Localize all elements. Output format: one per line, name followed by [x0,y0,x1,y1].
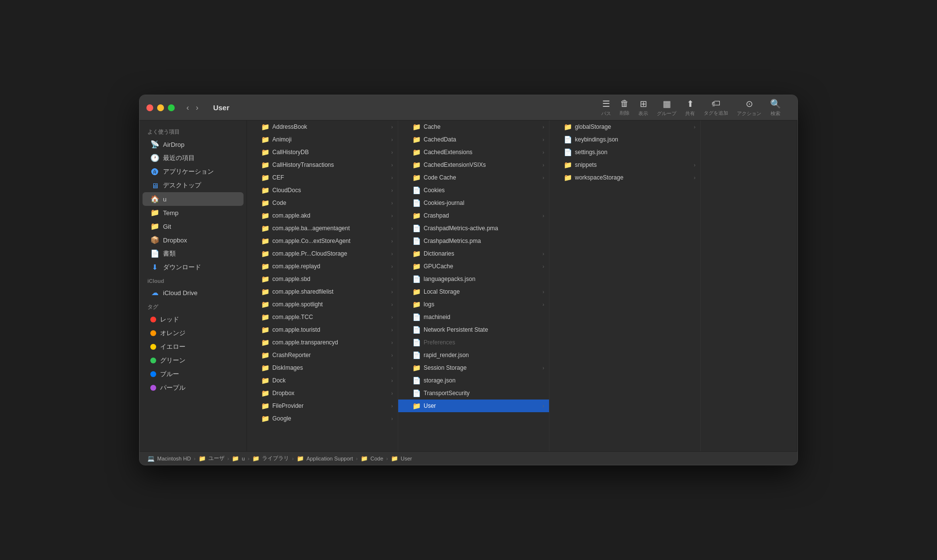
sidebar-item-tag-purple[interactable]: パープル [143,381,244,395]
back-button[interactable]: ‹ [184,102,191,113]
file-row[interactable]: ›📁com.apple.TCC› [247,311,398,323]
file-row[interactable]: ›📁User› [398,400,549,412]
file-row[interactable]: ›📄machineid [398,311,549,323]
file-row[interactable]: ›📁Dock› [247,374,398,387]
file-row[interactable]: ›📄rapid_render.json [398,349,549,361]
file-row[interactable]: ›📁Code Cache› [398,171,549,184]
file-row[interactable]: ›📁com.apple.Co...extStoreAgent› [247,235,398,247]
file-row[interactable]: ›📁com.apple.ba...agementagent› [247,222,398,235]
breadcrumb-item[interactable]: 📁User [391,455,412,462]
file-row[interactable]: ›📄Cookies [398,184,549,197]
sidebar-item-tag-red[interactable]: レッド [143,313,244,326]
sidebar-item-airdrop[interactable]: 📡 AirDrop [143,138,244,151]
breadcrumb-item[interactable]: 📁Code [361,455,383,462]
file-row[interactable]: ›📁Local Storage› [398,285,549,298]
file-row[interactable]: ›📁com.apple.transparencyd› [247,336,398,349]
file-row[interactable]: ›📄settings.json [550,146,700,159]
file-row[interactable]: ›📁CallHistoryTransactions› [247,159,398,171]
file-row[interactable]: ›📁com.apple.sharedfilelist› [247,285,398,298]
action-button[interactable]: ⊙ アクション [737,99,761,117]
file-row[interactable]: ›📁AddressBook› [247,120,398,133]
file-row[interactable]: ›📁com.apple.replayd› [247,260,398,273]
sidebar-item-applications[interactable]: 🅐 アプリケーション [143,165,244,179]
sidebar-item-icloud-drive[interactable]: ☁ iCloud Drive [143,286,244,300]
file-row[interactable]: ›📁CloudDocs› [247,184,398,197]
desktop-icon: 🖥 [150,181,159,190]
sidebar-item-u[interactable]: 🏠 u [143,192,244,206]
red-tag-dot [150,317,156,322]
file-row[interactable]: ›📁snippets› [550,159,700,171]
file-row[interactable]: ›📁CallHistoryDB› [247,146,398,159]
file-row[interactable]: ›📁CEF› [247,171,398,184]
file-row[interactable]: ›📁com.apple.akd› [247,209,398,222]
breadcrumb-item[interactable]: 💻Macintosh HD [147,455,191,462]
file-row[interactable]: ›📁Session Storage› [398,361,549,374]
breadcrumb-item[interactable]: 📁ライブラリ [252,455,289,462]
file-row[interactable]: ›📁CachedExtensionVSIXs› [398,159,549,171]
file-row[interactable]: ›📁com.apple.spotlight› [247,298,398,311]
file-row[interactable]: ›📁FileProvider› [247,400,398,412]
sidebar-item-label: Git [163,223,171,230]
file-row[interactable]: ›📁workspaceStorage› [550,171,700,184]
breadcrumb-item[interactable]: 📁u [232,455,244,462]
sidebar-item-documents[interactable]: 📄 書類 [143,247,244,260]
delete-button[interactable]: 🗑 削除 [620,99,630,117]
sidebar-item-label: u [163,196,166,203]
file-row[interactable]: ›📁GPUCache› [398,260,549,273]
breadcrumb-item[interactable]: 📁Application Support [297,455,353,462]
sidebar-item-tag-yellow[interactable]: イエロー [143,340,244,354]
sidebar-item-tag-orange[interactable]: オレンジ [143,326,244,340]
breadcrumb-item[interactable]: 📁ユーザ [199,455,224,462]
file-row[interactable]: ›📁logs› [398,298,549,311]
file-row[interactable]: ›📄Preferences [398,336,549,349]
breadcrumb-separator: › [386,456,388,461]
share-button[interactable]: ⬆ 共有 [685,99,695,117]
file-row[interactable]: ›📁Google› [247,412,398,425]
file-row[interactable]: ›📁Crashpad› [398,209,549,222]
chevron-right-icon: › [543,251,544,257]
file-name: Cookies-journal [424,200,544,206]
file-row[interactable]: ›📁DiskImages› [247,361,398,374]
file-row[interactable]: ›📁Dropbox› [247,387,398,400]
file-row[interactable]: ›📁globalStorage› [550,120,700,133]
search-button[interactable]: 🔍 検索 [770,99,781,117]
group-button[interactable]: ▦ グループ [657,99,676,117]
sidebar-item-temp[interactable]: 📁 Temp [143,206,244,220]
breadcrumb-label: Application Support [306,456,353,461]
file-row[interactable]: ›📄TransportSecurity [398,387,549,400]
sidebar-item-dropbox[interactable]: 📦 Dropbox [143,233,244,247]
file-row[interactable]: ›📄languagepacks.json [398,273,549,285]
close-button[interactable] [146,104,153,111]
file-row[interactable]: ›📄CrashpadMetrics.pma [398,235,549,247]
file-row[interactable]: ›📄keybindings.json [550,133,700,146]
file-row[interactable]: ›📁Code› [247,197,398,209]
sidebar-item-downloads[interactable]: ⬇ ダウンロード [143,260,244,274]
file-name: CachedExtensions [424,149,540,156]
sidebar-item-recents[interactable]: 🕐 最近の項目 [143,151,244,165]
file-row[interactable]: ›📄storage.json [398,374,549,387]
file-row[interactable]: ›📁CachedExtensions› [398,146,549,159]
fullscreen-button[interactable] [168,104,175,111]
view-button[interactable]: ⊞ 表示 [638,99,648,117]
file-row[interactable]: ›📄Network Persistent State [398,323,549,336]
path-button[interactable]: ☰ パス [601,99,611,117]
sidebar-item-tag-blue[interactable]: ブルー [143,367,244,381]
minimize-button[interactable] [157,104,164,111]
file-row[interactable]: ›📁com.apple.Pr...CloudStorage› [247,247,398,260]
file-row[interactable]: ›📄CrashpadMetrics-active.pma [398,222,549,235]
sidebar-item-desktop[interactable]: 🖥 デスクトップ [143,179,244,192]
file-name: com.apple.transparencyd [272,339,388,346]
file-row[interactable]: ›📁CachedData› [398,133,549,146]
file-row[interactable]: ›📄Cookies-journal [398,197,549,209]
file-row[interactable]: ›📁com.apple.sbd› [247,273,398,285]
file-row[interactable]: ›📁Cache› [398,120,549,133]
sidebar-item-tag-green[interactable]: グリーン [143,354,244,367]
file-row[interactable]: ›📁CrashReporter› [247,349,398,361]
forward-button[interactable]: › [194,102,200,113]
sidebar-item-git[interactable]: 📁 Git [143,220,244,233]
file-row[interactable]: ›📁com.apple.touristd› [247,323,398,336]
file-row[interactable]: ›📁Dictionaries› [398,247,549,260]
file-row[interactable]: ›📁Animoji› [247,133,398,146]
folder-icon: 📁 [150,222,159,231]
tag-button[interactable]: 🏷 タグを追加 [704,99,728,117]
